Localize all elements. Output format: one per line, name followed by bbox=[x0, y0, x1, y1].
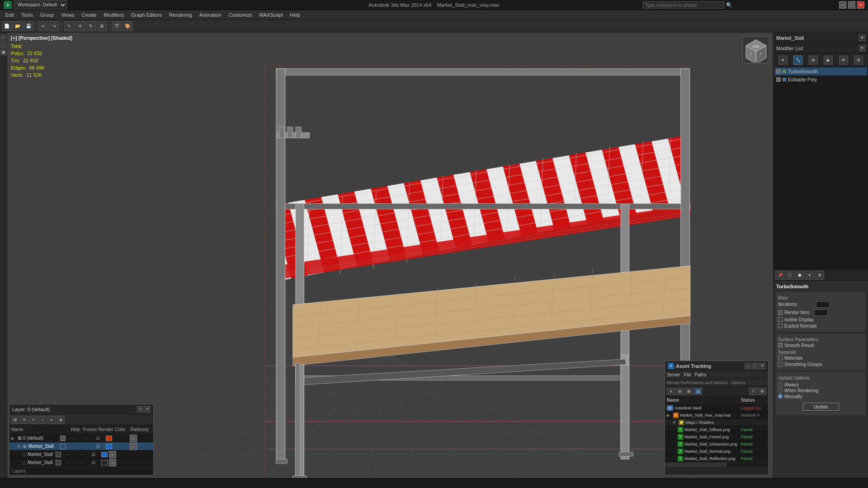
manually-radio-row[interactable]: Manually bbox=[778, 394, 863, 399]
display-panel-btn[interactable]: 👁 bbox=[839, 56, 848, 65]
search-icon[interactable]: 🔍 bbox=[726, 2, 732, 8]
asset-tool-settings[interactable]: ⚙ bbox=[758, 388, 766, 395]
nav-cube[interactable]: TOP R F bbox=[742, 36, 769, 63]
update-button[interactable]: Update bbox=[803, 403, 839, 411]
layer-render-ms2[interactable]: ☑ bbox=[87, 452, 100, 457]
save-file-button[interactable]: 💾 bbox=[24, 21, 33, 31]
left-tool-2[interactable]: ○ bbox=[0, 42, 7, 48]
asset-row-frenel[interactable]: T Market_Stall_Frenel.png Found bbox=[665, 433, 768, 441]
asset-row-glossiness[interactable]: T Market_Stall_Glossiness.png Found bbox=[665, 441, 768, 448]
modifier-list-dropdown[interactable]: ▼ bbox=[859, 45, 865, 52]
smooth-result-checkbox[interactable] bbox=[778, 343, 783, 347]
menu-customize[interactable]: Customize bbox=[225, 11, 256, 19]
show-end-result-btn[interactable]: ⬡ bbox=[785, 271, 794, 280]
layer-vis-ms1[interactable] bbox=[60, 444, 66, 449]
asset-scrollbar[interactable] bbox=[665, 462, 768, 467]
layer-expand-ms1[interactable]: ▼ bbox=[17, 444, 23, 449]
menu-help[interactable]: Help bbox=[287, 11, 304, 19]
menu-edit[interactable]: Edit bbox=[2, 11, 18, 19]
modifier-editable-poly[interactable]: Editable Poly bbox=[774, 75, 867, 84]
pin-stack-btn[interactable]: 📌 bbox=[775, 271, 784, 280]
menu-animation[interactable]: Animation bbox=[196, 11, 225, 19]
layers-tool-4[interactable]: ↕ bbox=[38, 416, 47, 424]
menu-modifiers[interactable]: Modifiers bbox=[100, 11, 127, 19]
asset-row-vault[interactable]: A Autodesk Vault Logged Ou bbox=[665, 404, 768, 412]
asset-tool-1[interactable]: ≡ bbox=[667, 388, 675, 395]
modifier-editable-poly-checkbox[interactable] bbox=[776, 77, 781, 82]
render-iters-checkbox[interactable] bbox=[778, 310, 783, 315]
layer-vis-default[interactable] bbox=[60, 436, 66, 441]
layer-render-ms1[interactable]: ☑ bbox=[92, 444, 104, 449]
asset-minimize-btn[interactable]: — bbox=[745, 363, 751, 369]
menu-tools[interactable]: Tools bbox=[18, 11, 37, 19]
asset-expand-maps[interactable]: ▼ bbox=[672, 420, 678, 425]
asset-row-max-file[interactable]: ▶ M Market_Stall_max_vray.max Network P bbox=[665, 412, 768, 419]
hierarchy-panel-btn[interactable]: ⊕ bbox=[809, 56, 818, 65]
layers-tool-1[interactable]: ⊞ bbox=[11, 416, 19, 424]
layer-color-ms1[interactable] bbox=[106, 444, 112, 449]
menu-views[interactable]: Views bbox=[57, 11, 78, 19]
layer-color-default[interactable] bbox=[106, 436, 112, 441]
layer-hide-ms1[interactable]: — bbox=[66, 444, 79, 449]
asset-menu-paths[interactable]: Paths bbox=[695, 372, 707, 377]
materials-checkbox[interactable] bbox=[778, 356, 783, 360]
undo-button[interactable]: ↩ bbox=[38, 21, 48, 31]
layer-expand-default[interactable]: ▶ bbox=[11, 436, 18, 441]
minimize-button[interactable]: — bbox=[839, 1, 846, 9]
layer-render-ms3[interactable]: ☑ bbox=[87, 460, 100, 465]
layer-hide-ms2[interactable]: — bbox=[62, 452, 75, 457]
left-tool-1[interactable]: + bbox=[0, 34, 7, 41]
layer-row-default[interactable]: ▶ ⊞ 0 (default) — — ☑ ☼ bbox=[9, 434, 153, 442]
menu-create[interactable]: Create bbox=[78, 11, 100, 19]
layer-hide-ms3[interactable]: — bbox=[62, 460, 75, 465]
when-rendering-radio[interactable] bbox=[778, 388, 783, 393]
layers-add-btn[interactable]: + bbox=[29, 416, 38, 424]
create-panel-btn[interactable]: ✦ bbox=[778, 56, 788, 65]
layer-freeze-default[interactable]: — bbox=[79, 436, 92, 441]
layer-color-ms3[interactable] bbox=[101, 460, 108, 465]
configure-modifiers-btn[interactable]: ⚙ bbox=[815, 271, 824, 280]
workspace-dropdown[interactable]: Workspace: Default bbox=[14, 0, 67, 9]
smoothing-groups-checkbox[interactable] bbox=[778, 362, 783, 366]
asset-row-maps-group[interactable]: ▼ 📁 Maps / Shaders bbox=[665, 419, 768, 426]
menu-maxscript[interactable]: MAXScript bbox=[256, 11, 287, 19]
modify-panel-btn active[interactable]: 🔧 bbox=[793, 56, 802, 65]
layers-tool-2[interactable]: ✕ bbox=[20, 416, 28, 424]
menu-graph-editors[interactable]: Graph Editors bbox=[127, 11, 165, 19]
always-radio[interactable] bbox=[778, 382, 783, 387]
menu-group[interactable]: Group bbox=[37, 11, 58, 19]
asset-row-reflection[interactable]: T Market_Stall_Reflection.png Found bbox=[665, 455, 768, 462]
layers-help-btn[interactable]: ? bbox=[137, 406, 143, 413]
layer-vis-ms3[interactable] bbox=[56, 460, 61, 465]
utilities-panel-btn[interactable]: ⚙ bbox=[854, 56, 863, 65]
layer-freeze-ms3[interactable]: — bbox=[75, 460, 87, 465]
asset-close-btn[interactable]: ✕ bbox=[759, 363, 765, 369]
always-radio-row[interactable]: Always bbox=[778, 382, 863, 387]
layer-row-market-stall-1[interactable]: ▼ ⊞ Market_Stall — — ☑ ☼ bbox=[9, 442, 153, 450]
maximize-button[interactable]: □ bbox=[848, 1, 855, 9]
layers-tool-6[interactable]: ◈ bbox=[57, 416, 65, 424]
layer-hide-default[interactable]: — bbox=[66, 436, 79, 441]
asset-menu-server[interactable]: Server bbox=[667, 372, 680, 377]
asset-tool-3[interactable]: ⊠ bbox=[685, 388, 693, 395]
asset-tool-2[interactable]: ⊞ bbox=[676, 388, 684, 395]
modifier-turbosmooth[interactable]: TurboSmooth bbox=[774, 67, 867, 75]
scale-tool[interactable]: ⊞ bbox=[97, 21, 107, 31]
new-file-button[interactable]: 📄 bbox=[2, 21, 12, 31]
left-tool-3[interactable]: ▣ bbox=[0, 49, 7, 55]
layer-render-default[interactable]: ☑ bbox=[92, 436, 104, 441]
asset-row-normal[interactable]: T Market_Stall_Normal.png Found bbox=[665, 448, 768, 455]
manually-radio[interactable] bbox=[778, 394, 783, 399]
asset-row-diffuse[interactable]: T Market_Stall_Diffuse.png Found bbox=[665, 426, 768, 433]
render-iters-input[interactable]: 2 bbox=[814, 310, 828, 316]
menu-rendering[interactable]: Rendering bbox=[165, 11, 196, 19]
asset-tool-help[interactable]: ? bbox=[749, 388, 757, 395]
explicit-normals-checkbox[interactable] bbox=[778, 324, 783, 328]
modifier-turbosmooth-checkbox[interactable] bbox=[776, 69, 781, 74]
panel-icon-btn-1[interactable]: ▼ bbox=[859, 35, 865, 41]
layers-close-btn[interactable]: ✕ bbox=[144, 406, 151, 413]
rotate-tool[interactable]: ↻ bbox=[86, 21, 96, 31]
asset-tool-4[interactable]: ▤ bbox=[694, 388, 702, 395]
motion-panel-btn[interactable]: ▶ bbox=[824, 56, 833, 65]
layer-row-market-stall-2[interactable]: ◻ Market_Stall — — ☑ ☼ bbox=[9, 450, 153, 459]
